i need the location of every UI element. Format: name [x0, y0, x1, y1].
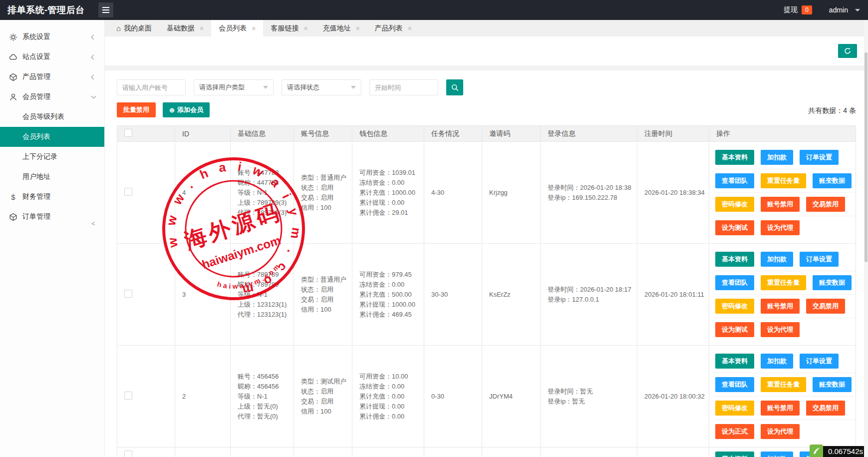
- tab-service-link[interactable]: 客服链接 ×: [263, 20, 315, 36]
- sidebar-collapse-handle[interactable]: <: [91, 220, 95, 227]
- action-button[interactable]: 加扣款: [761, 150, 793, 165]
- action-button[interactable]: 账变数据: [813, 275, 852, 290]
- tab-bar: ⌂ 我的桌面 基础数据 × 会员列表 × 客服链接 × 充值地址 × 产品列表 …: [105, 20, 868, 36]
- wallet-total-withdraw: 累计提现：0.00: [359, 402, 424, 412]
- action-button[interactable]: 基本资料: [715, 150, 754, 165]
- select-all-checkbox[interactable]: [124, 129, 132, 137]
- action-button[interactable]: 订单设置: [800, 354, 839, 369]
- action-button[interactable]: 密码修改: [715, 401, 754, 416]
- wallet-frozen: 冻结资金：0.00: [359, 382, 424, 392]
- account-search-input[interactable]: [117, 79, 186, 95]
- sidebar-item-product-management[interactable]: 产品管理: [0, 67, 104, 87]
- sidebar-item-member-list[interactable]: 会员列表: [0, 127, 104, 147]
- sidebar-item-system-settings[interactable]: 系统设置: [0, 27, 104, 47]
- action-button[interactable]: 交易禁用: [806, 401, 845, 416]
- sidebar-item-order-management[interactable]: 订单管理: [0, 207, 104, 227]
- row-checkbox[interactable]: [124, 290, 132, 298]
- action-button[interactable]: 账变数据: [813, 173, 852, 188]
- account-status: 状态：启用: [301, 285, 352, 295]
- action-button[interactable]: 设为代理: [761, 220, 800, 235]
- action-button[interactable]: 交易禁用: [806, 197, 845, 212]
- action-button[interactable]: 密码修改: [715, 299, 754, 314]
- account-credit: 信用：100: [301, 407, 352, 417]
- tab-label: 产品列表: [375, 24, 403, 33]
- action-button[interactable]: 基本资料: [715, 252, 754, 267]
- chevron-left-icon: [91, 34, 96, 39]
- account-trade: 交易：启用: [301, 193, 352, 203]
- status-select[interactable]: 请选择状态: [282, 79, 361, 95]
- action-button[interactable]: 交易禁用: [806, 299, 845, 314]
- hamburger-menu-icon[interactable]: [98, 2, 113, 17]
- start-time-input[interactable]: [369, 79, 438, 95]
- tab-member-list[interactable]: 会员列表 ×: [211, 20, 263, 36]
- row-select-cell: [117, 346, 175, 448]
- close-icon[interactable]: ×: [408, 24, 412, 32]
- top-bar: 排单系统-管理后台 提现 0 admin: [0, 0, 868, 20]
- sidebar-item-site-settings[interactable]: 站点设置: [0, 47, 104, 67]
- action-button[interactable]: 订单设置: [800, 150, 839, 165]
- row-checkbox[interactable]: [124, 392, 132, 400]
- row-task-status: 30-30: [424, 244, 482, 346]
- close-icon[interactable]: ×: [200, 24, 204, 32]
- sidebar-item-finance-management[interactable]: $ 财务管理: [0, 187, 104, 207]
- action-button[interactable]: 密码修改: [715, 197, 754, 212]
- row-checkbox[interactable]: [124, 188, 132, 196]
- tab-product-list[interactable]: 产品列表 ×: [367, 20, 419, 36]
- sidebar-item-score-records[interactable]: 上下分记录: [0, 147, 104, 167]
- base-nickname: 昵称：789789: [238, 280, 293, 290]
- trace-toggle-icon[interactable]: [810, 445, 823, 457]
- sidebar-item-label: 产品管理: [22, 72, 50, 81]
- close-icon[interactable]: ×: [252, 24, 256, 32]
- action-button[interactable]: 账号禁用: [761, 401, 800, 416]
- action-button[interactable]: 加扣款: [761, 354, 793, 369]
- login-time: 登录时间：2026-01-20 18:38: [548, 183, 637, 193]
- user-type-select[interactable]: 请选择用户类型: [194, 79, 274, 95]
- withdraw-count-badge[interactable]: 0: [802, 5, 812, 14]
- tab-recharge-address[interactable]: 充值地址 ×: [315, 20, 367, 36]
- action-button[interactable]: 设为测试: [715, 220, 754, 235]
- action-button-row: 设为正式设为代理: [714, 420, 856, 443]
- sidebar-item-member-level-list[interactable]: 会员等级列表: [0, 107, 104, 127]
- username[interactable]: admin: [829, 6, 848, 14]
- tab-basic-data[interactable]: 基础数据 ×: [159, 20, 211, 36]
- scrollbar-thumb[interactable]: [865, 52, 868, 262]
- account-status: 状态：启用: [301, 387, 352, 397]
- action-button[interactable]: 基本资料: [715, 354, 754, 369]
- sidebar-sub-label: 用户地址: [22, 172, 50, 181]
- header-actions: 操作: [709, 126, 856, 142]
- search-button[interactable]: [446, 79, 463, 95]
- action-button[interactable]: 加扣款: [761, 252, 793, 267]
- close-icon[interactable]: ×: [356, 24, 360, 32]
- action-button[interactable]: 查看团队: [715, 377, 754, 392]
- action-button[interactable]: 账号禁用: [761, 299, 800, 314]
- withdraw-label[interactable]: 提现: [784, 5, 798, 14]
- action-button[interactable]: 重置任务量: [761, 377, 806, 392]
- action-button[interactable]: 账变数据: [813, 377, 852, 392]
- close-icon[interactable]: ×: [303, 24, 307, 32]
- action-button[interactable]: 重置任务量: [761, 275, 806, 290]
- account-trade: 交易：启用: [301, 397, 352, 407]
- action-button[interactable]: 设为测试: [715, 322, 754, 337]
- action-button[interactable]: 查看团队: [715, 173, 754, 188]
- action-button[interactable]: 加扣款: [761, 452, 793, 457]
- add-member-button[interactable]: ⊕ 添加会员: [163, 102, 210, 117]
- row-register-time: 2026-01-20 18:01:11: [637, 244, 709, 346]
- sidebar-item-member-management[interactable]: 会员管理: [0, 87, 104, 107]
- row-checkbox[interactable]: [124, 451, 132, 457]
- action-button[interactable]: 查看团队: [715, 275, 754, 290]
- action-button[interactable]: 设为代理: [761, 322, 800, 337]
- user-dropdown-caret-icon[interactable]: [855, 9, 860, 11]
- account-trade: 交易：启用: [301, 295, 352, 305]
- action-button[interactable]: 重置任务量: [761, 173, 806, 188]
- action-button[interactable]: 订单设置: [800, 252, 839, 267]
- action-button[interactable]: 账号禁用: [761, 197, 800, 212]
- scrollbar-track[interactable]: [864, 20, 868, 457]
- sidebar-sub-label: 上下分记录: [22, 152, 57, 161]
- refresh-button[interactable]: [838, 44, 857, 58]
- tab-my-desktop[interactable]: ⌂ 我的桌面: [109, 20, 159, 36]
- action-button[interactable]: 基本资料: [715, 452, 754, 457]
- batch-disable-button[interactable]: 批量禁用: [117, 102, 156, 117]
- sidebar-item-user-address[interactable]: 用户地址: [0, 167, 104, 187]
- action-button[interactable]: 设为正式: [715, 424, 754, 439]
- action-button[interactable]: 设为代理: [761, 424, 800, 439]
